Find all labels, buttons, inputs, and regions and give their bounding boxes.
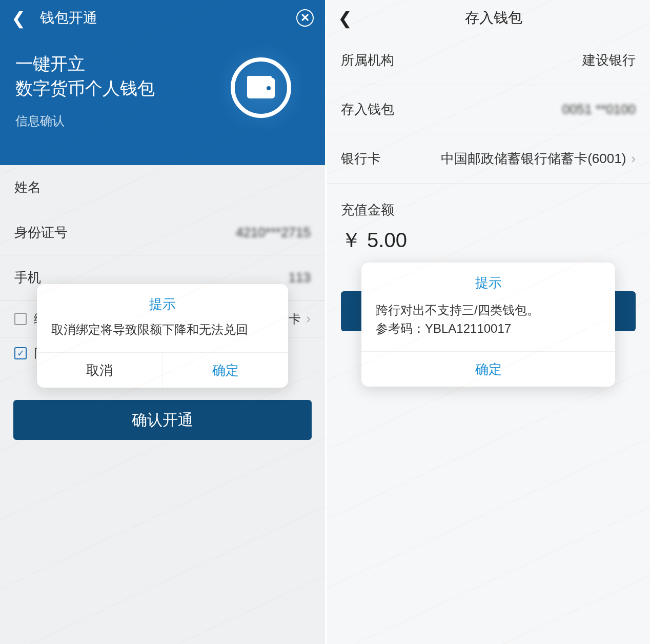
- agree-checkbox[interactable]: ✓: [14, 347, 27, 359]
- name-row[interactable]: 姓名: [0, 165, 325, 210]
- svg-point-2: [267, 86, 271, 90]
- alert-buttons: 确定: [361, 351, 615, 387]
- ok-button[interactable]: 确定: [361, 352, 615, 387]
- svg-rect-1: [247, 76, 272, 81]
- page-title: 钱包开通: [40, 8, 296, 28]
- alert-line1: 跨行对出不支持三/四类钱包。: [376, 301, 601, 319]
- alert-line2: 参考码：YBLA12110017: [376, 319, 601, 338]
- alert-title: 提示: [361, 263, 615, 299]
- alert-title: 提示: [37, 284, 288, 320]
- page-title: 存入钱包: [348, 8, 639, 28]
- name-label: 姓名: [14, 178, 311, 196]
- bankcard-label: 银行卡: [341, 150, 441, 168]
- alert-message: 取消绑定将导致限额下降和无法兑回: [37, 320, 288, 352]
- header: ❮ 钱包开通 ✕: [0, 0, 325, 36]
- org-row: 所属机构 建设银行: [327, 36, 650, 85]
- bankcard-value: 中国邮政储蓄银行储蓄卡(6001): [441, 150, 626, 168]
- confirm-open-label: 确认开通: [132, 410, 193, 431]
- org-value: 建设银行: [582, 51, 636, 69]
- wallet-label: 存入钱包: [341, 100, 562, 118]
- bind-value: 卡: [289, 311, 301, 327]
- amount-label: 充值金额: [327, 184, 650, 224]
- alert-dialog: 提示 取消绑定将导致限额下降和无法兑回 取消 确定: [37, 284, 288, 388]
- wallet-badge: [217, 44, 304, 131]
- id-row[interactable]: 身份证号 4210***2715: [0, 210, 325, 255]
- right-screenshot: ❮ 存入钱包 所属机构 建设银行 存入钱包 0051 **0100 银行卡 中国…: [325, 0, 650, 644]
- alert-buttons: 取消 确定: [37, 352, 288, 388]
- bind-checkbox[interactable]: [14, 313, 27, 325]
- confirm-open-button[interactable]: 确认开通: [13, 400, 312, 440]
- id-label: 身份证号: [14, 224, 236, 242]
- org-label: 所属机构: [341, 51, 582, 69]
- close-icon[interactable]: ✕: [296, 9, 314, 27]
- wallet-row[interactable]: 存入钱包 0051 **0100: [327, 85, 650, 134]
- left-screenshot: ❮ 钱包开通 ✕ 一键开立 数字货币个人钱包 信息确认 姓名 身份证: [0, 0, 325, 644]
- ok-button[interactable]: 确定: [163, 353, 289, 388]
- hero-banner: 一键开立 数字货币个人钱包 信息确认: [0, 36, 325, 165]
- alert-dialog: 提示 跨行对出不支持三/四类钱包。 参考码：YBLA12110017 确定: [361, 263, 615, 387]
- wallet-value: 0051 **0100: [562, 102, 636, 117]
- chevron-right-icon: ›: [306, 311, 311, 327]
- back-icon[interactable]: ❮: [11, 8, 26, 28]
- cancel-button[interactable]: 取消: [37, 353, 163, 388]
- bankcard-row[interactable]: 银行卡 中国邮政储蓄银行储蓄卡(6001) ›: [327, 134, 650, 184]
- wallet-badge-ring: [231, 57, 291, 118]
- wallet-icon: [246, 75, 276, 100]
- alert-message: 跨行对出不支持三/四类钱包。 参考码：YBLA12110017: [361, 299, 615, 351]
- header: ❮ 存入钱包: [327, 0, 650, 36]
- chevron-right-icon: ›: [631, 151, 636, 167]
- id-value: 4210***2715: [236, 225, 311, 240]
- phone-value: 113: [289, 270, 311, 286]
